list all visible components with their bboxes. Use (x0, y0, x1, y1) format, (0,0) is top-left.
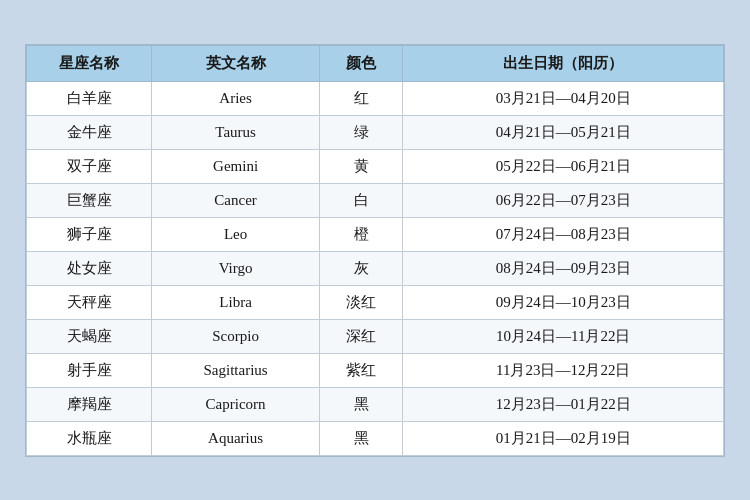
cell-date: 08月24日—09月23日 (403, 251, 724, 285)
table-row: 双子座Gemini黄05月22日—06月21日 (27, 149, 724, 183)
table-header-row: 星座名称 英文名称 颜色 出生日期（阳历） (27, 45, 724, 81)
cell-color: 灰 (319, 251, 403, 285)
cell-date: 07月24日—08月23日 (403, 217, 724, 251)
table-row: 摩羯座Capricorn黑12月23日—01月22日 (27, 387, 724, 421)
zodiac-table-container: 星座名称 英文名称 颜色 出生日期（阳历） 白羊座Aries红03月21日—04… (25, 44, 725, 457)
cell-english-name: Aquarius (152, 421, 319, 455)
cell-color: 白 (319, 183, 403, 217)
cell-english-name: Virgo (152, 251, 319, 285)
cell-color: 淡红 (319, 285, 403, 319)
table-row: 金牛座Taurus绿04月21日—05月21日 (27, 115, 724, 149)
cell-date: 03月21日—04月20日 (403, 81, 724, 115)
cell-chinese-name: 金牛座 (27, 115, 152, 149)
header-chinese-name: 星座名称 (27, 45, 152, 81)
cell-chinese-name: 天蝎座 (27, 319, 152, 353)
table-row: 天蝎座Scorpio深红10月24日—11月22日 (27, 319, 724, 353)
cell-date: 10月24日—11月22日 (403, 319, 724, 353)
cell-date: 06月22日—07月23日 (403, 183, 724, 217)
table-body: 白羊座Aries红03月21日—04月20日金牛座Taurus绿04月21日—0… (27, 81, 724, 455)
table-row: 处女座Virgo灰08月24日—09月23日 (27, 251, 724, 285)
cell-date: 04月21日—05月21日 (403, 115, 724, 149)
table-row: 天秤座Libra淡红09月24日—10月23日 (27, 285, 724, 319)
cell-color: 黄 (319, 149, 403, 183)
cell-date: 12月23日—01月22日 (403, 387, 724, 421)
header-color: 颜色 (319, 45, 403, 81)
cell-color: 紫红 (319, 353, 403, 387)
cell-chinese-name: 水瓶座 (27, 421, 152, 455)
cell-chinese-name: 摩羯座 (27, 387, 152, 421)
cell-english-name: Scorpio (152, 319, 319, 353)
cell-color: 橙 (319, 217, 403, 251)
cell-english-name: Libra (152, 285, 319, 319)
cell-chinese-name: 射手座 (27, 353, 152, 387)
header-date: 出生日期（阳历） (403, 45, 724, 81)
table-row: 巨蟹座Cancer白06月22日—07月23日 (27, 183, 724, 217)
cell-english-name: Sagittarius (152, 353, 319, 387)
header-english-name: 英文名称 (152, 45, 319, 81)
cell-chinese-name: 白羊座 (27, 81, 152, 115)
cell-english-name: Leo (152, 217, 319, 251)
cell-english-name: Taurus (152, 115, 319, 149)
cell-color: 黑 (319, 387, 403, 421)
cell-color: 深红 (319, 319, 403, 353)
cell-date: 01月21日—02月19日 (403, 421, 724, 455)
cell-chinese-name: 狮子座 (27, 217, 152, 251)
cell-chinese-name: 天秤座 (27, 285, 152, 319)
table-row: 白羊座Aries红03月21日—04月20日 (27, 81, 724, 115)
cell-english-name: Aries (152, 81, 319, 115)
cell-color: 红 (319, 81, 403, 115)
cell-date: 05月22日—06月21日 (403, 149, 724, 183)
table-row: 射手座Sagittarius紫红11月23日—12月22日 (27, 353, 724, 387)
cell-english-name: Capricorn (152, 387, 319, 421)
table-row: 狮子座Leo橙07月24日—08月23日 (27, 217, 724, 251)
cell-chinese-name: 双子座 (27, 149, 152, 183)
table-row: 水瓶座Aquarius黑01月21日—02月19日 (27, 421, 724, 455)
cell-english-name: Gemini (152, 149, 319, 183)
cell-chinese-name: 巨蟹座 (27, 183, 152, 217)
cell-color: 黑 (319, 421, 403, 455)
cell-chinese-name: 处女座 (27, 251, 152, 285)
zodiac-table: 星座名称 英文名称 颜色 出生日期（阳历） 白羊座Aries红03月21日—04… (26, 45, 724, 456)
cell-date: 09月24日—10月23日 (403, 285, 724, 319)
cell-color: 绿 (319, 115, 403, 149)
cell-date: 11月23日—12月22日 (403, 353, 724, 387)
cell-english-name: Cancer (152, 183, 319, 217)
